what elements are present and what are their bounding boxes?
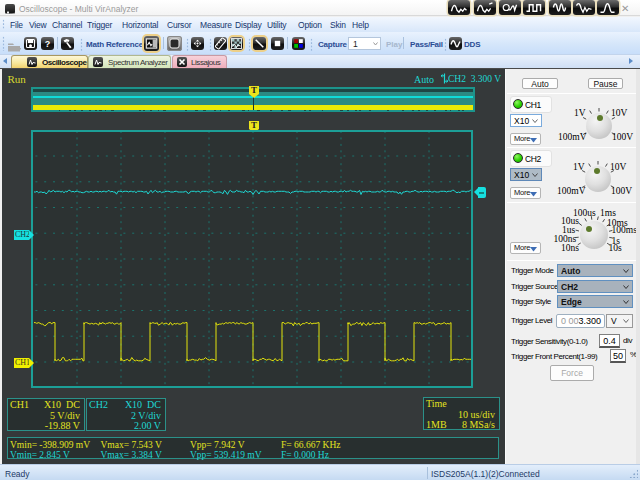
svg-text:?: ? [45, 39, 51, 49]
